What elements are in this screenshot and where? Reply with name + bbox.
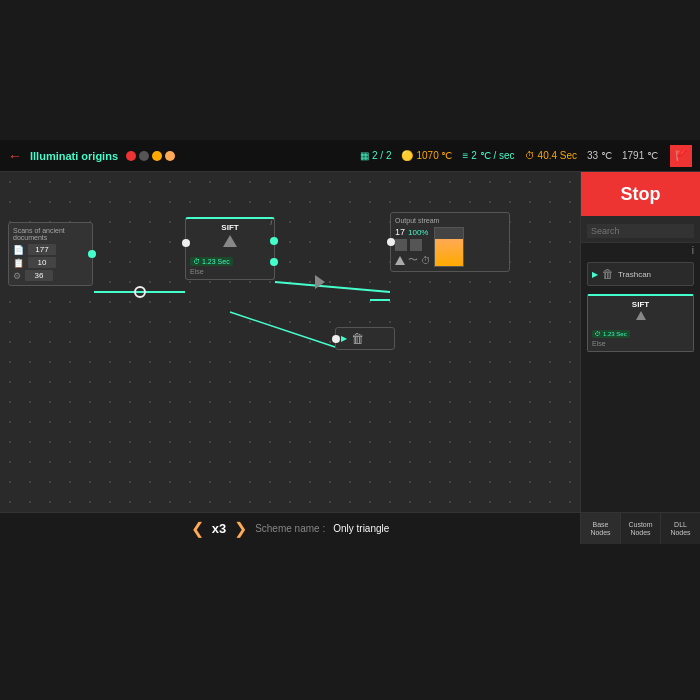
panel-info-row: i	[581, 243, 700, 258]
scans-body: 📄 177 📋 10 ⚙ 36	[13, 244, 88, 281]
scans-title: Scans of ancient documents	[13, 227, 88, 241]
panel-trashcan-icon: 🗑	[602, 267, 614, 281]
scans-counter1: 177	[28, 244, 56, 255]
stat-nodes: ▦ 2 / 2	[360, 150, 391, 161]
sift-info-badge: i	[270, 218, 272, 227]
output-clock-icon: ⏱	[421, 255, 431, 266]
output-pct: 100%	[408, 228, 428, 237]
svg-point-1	[135, 287, 145, 297]
canvas-area[interactable]: Scans of ancient documents 📄 177 📋 10 ⚙ …	[0, 172, 580, 512]
chevron-right-icon[interactable]: ❯	[234, 519, 247, 538]
right-panel: Stop i ▶ 🗑 Trashcan SIFT ⏱ 1.	[580, 172, 700, 512]
sift-else-port	[270, 258, 278, 266]
search-bar	[581, 216, 700, 243]
trashcan-play-icon: ▶	[341, 334, 347, 343]
sift-triangle-row	[190, 235, 270, 247]
base-nodes-label2: Nodes	[590, 529, 610, 536]
bottom-left: ❮ x3 ❯ Scheme name : Only triangle	[0, 519, 580, 538]
sift-timer: ⏱ 1.23 Sec	[190, 257, 233, 266]
svg-line-3	[230, 312, 335, 347]
sift-else-label: Else	[190, 268, 270, 275]
node-scans[interactable]: Scans of ancient documents 📄 177 📋 10 ⚙ …	[8, 222, 93, 286]
nodes-value: 2 / 2	[372, 150, 391, 161]
output-title: Output stream	[395, 217, 505, 224]
app-title: Illuminati origins	[30, 150, 118, 162]
base-nodes-button[interactable]: Base Nodes	[580, 513, 620, 544]
user-icon-1	[126, 151, 136, 161]
panel-clock-icon: ⏱	[595, 331, 601, 337]
sift-input-port	[182, 239, 190, 247]
scans-gear-icon: ⚙	[13, 271, 21, 281]
scans-row1: 📄 177	[13, 244, 88, 255]
rate-icon: ≡	[462, 150, 468, 161]
node-sift[interactable]: i SIFT ⏱ 1.23 Sec Else	[185, 217, 275, 280]
main-area: Scans of ancient documents 📄 177 📋 10 ⚙ …	[0, 172, 700, 512]
output-triangle	[395, 256, 405, 265]
stop-button[interactable]: Stop	[581, 172, 700, 216]
temp3-value: 1791 ℃	[622, 150, 658, 161]
output-input-port	[387, 238, 395, 246]
user-icon-4	[165, 151, 175, 161]
stat-time: ⏱ 40.4 Sec	[525, 150, 577, 161]
flag-button[interactable]: 🚩	[670, 145, 692, 167]
stat-temp3: 1791 ℃	[622, 150, 658, 161]
panel-node-sift[interactable]: SIFT ⏱ 1.23 Sec Else	[587, 294, 694, 352]
sift-title: SIFT	[190, 223, 270, 232]
bottom-right: Base Nodes Custom Nodes DLL Nodes	[580, 513, 700, 544]
dll-nodes-label2: Nodes	[670, 529, 690, 536]
output-bar-row: 17 100% 〜 ⏱	[395, 227, 505, 267]
chevron-left-icon[interactable]: ❮	[191, 519, 204, 538]
output-count: 17	[395, 227, 405, 237]
custom-nodes-label2: Nodes	[630, 529, 650, 536]
user-icon-3	[152, 151, 162, 161]
scans-output-port	[88, 250, 96, 258]
stat-temp2: 33 ℃	[587, 150, 612, 161]
output-shapes-row2: 〜 ⏱	[395, 253, 431, 267]
custom-nodes-button[interactable]: Custom Nodes	[620, 513, 660, 544]
top-bar-stats: ▦ 2 / 2 🟡 1070 ℃ ≡ 2 ℃ / sec ⏱ 40.4 Sec …	[360, 150, 658, 161]
panel-sift-timer: ⏱ 1.23 Sec	[592, 330, 630, 338]
node-trashcan-canvas[interactable]: ▶ 🗑	[335, 327, 395, 350]
output-count-row: 17 100%	[395, 227, 431, 237]
output-icons-col: 17 100% 〜 ⏱	[395, 227, 431, 267]
panel-sift-title: SIFT	[592, 300, 689, 309]
dll-nodes-label1: DLL	[674, 521, 687, 528]
scheme-name: Only triangle	[333, 523, 389, 534]
panel-trashcan-label: Trashcan	[618, 270, 651, 279]
scans-row3: ⚙ 36	[13, 270, 88, 281]
panel-node-trashcan[interactable]: ▶ 🗑 Trashcan	[587, 262, 694, 286]
scans-counter2: 10	[28, 257, 56, 268]
scheme-label: Scheme name :	[255, 523, 325, 534]
custom-nodes-label1: Custom	[628, 521, 652, 528]
temp1-value: 1070 ℃	[416, 150, 452, 161]
dll-nodes-button[interactable]: DLL Nodes	[660, 513, 700, 544]
nodes-icon: ▦	[360, 150, 369, 161]
x3-label: x3	[212, 521, 226, 536]
trashcan-input-port	[332, 335, 340, 343]
stat-temp1: 🟡 1070 ℃	[401, 150, 452, 161]
top-bar: ← Illuminati origins ▦ 2 / 2 🟡 1070 ℃ ≡ …	[0, 140, 700, 172]
temp2-value: 33 ℃	[587, 150, 612, 161]
scans-counter3: 36	[25, 270, 53, 281]
panel-sift-else-label: Else	[592, 340, 689, 347]
top-bar-right: 🚩	[670, 145, 692, 167]
output-progress-bar	[434, 227, 464, 267]
output-shape-sq2	[410, 239, 422, 251]
flag-icon: 🚩	[675, 150, 687, 161]
trashcan-icon: 🗑	[351, 331, 364, 346]
output-wave-icon: 〜	[408, 253, 418, 267]
top-bar-left: ← Illuminati origins	[8, 148, 348, 164]
scans-row2: 📋 10	[13, 257, 88, 268]
time-icon: ⏱	[525, 150, 535, 161]
info-icon: i	[692, 245, 694, 256]
search-input[interactable]	[587, 224, 694, 238]
svg-line-2	[275, 282, 390, 292]
panel-sift-triangle-row	[592, 311, 689, 320]
panel-trashcan-play-icon: ▶	[592, 270, 598, 279]
rate-value: 2 ℃ / sec	[471, 150, 514, 161]
sift-triangle-icon	[223, 235, 237, 247]
back-arrow-icon[interactable]: ←	[8, 148, 22, 164]
node-output[interactable]: Output stream 17 100% 〜	[390, 212, 510, 272]
output-shapes-row	[395, 239, 431, 251]
output-bar-fill	[435, 239, 463, 266]
